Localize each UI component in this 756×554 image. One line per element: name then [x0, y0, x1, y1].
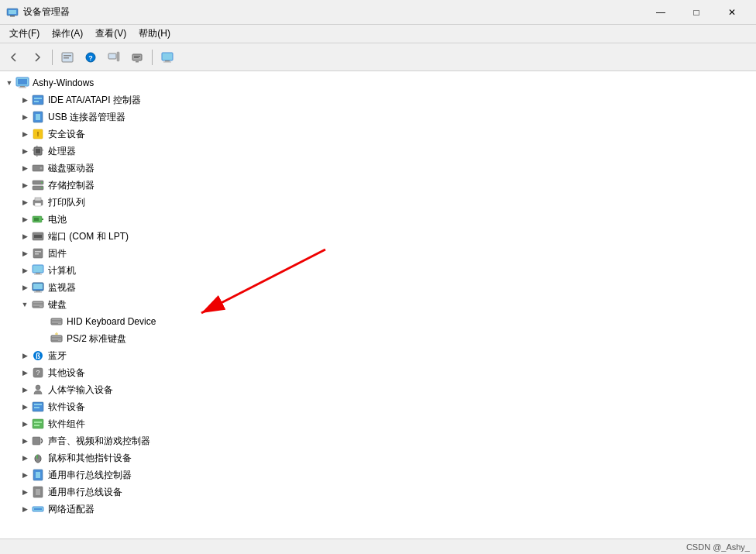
svg-rect-55 [33, 284, 43, 289]
app-icon [6, 6, 19, 19]
menu-file[interactable]: 文件(F) [3, 26, 46, 42]
svg-rect-42 [35, 203, 41, 206]
help-button[interactable]: ? [80, 46, 101, 68]
tree-item-mouse[interactable]: ▶ 鼠标和其他指针设备 [0, 449, 756, 466]
tree-item-ide[interactable]: ▶ IDE ATA/ATAPI 控制器 [0, 91, 756, 108]
tree-item-usb[interactable]: ▶ USB 连接器管理器 [0, 108, 756, 126]
tree-item-cpu[interactable]: ▶ 处理器 [0, 143, 756, 160]
menu-help[interactable]: 帮助(H) [132, 26, 177, 42]
tree-item-storage[interactable]: ▶ 存储控制器 [0, 177, 756, 194]
usb2-expand[interactable]: ▶ [19, 469, 31, 481]
usb3-expand[interactable]: ▶ [19, 486, 31, 498]
forward-button[interactable] [26, 46, 48, 68]
svg-rect-79 [34, 404, 42, 405]
maximize-button[interactable]: □ [679, 0, 714, 25]
tree-item-usb2[interactable]: ▶ 通用串行总线控制器 [0, 466, 756, 483]
tree-item-network[interactable]: ▶ 网络适配器 [0, 501, 756, 518]
tree-item-other[interactable]: ▶ ? 其他设备 [0, 364, 756, 381]
hid-expand2[interactable]: ▶ [19, 384, 31, 396]
tree-item-softcomp[interactable]: ▶ 软件组件 [0, 415, 756, 432]
monitor-button[interactable] [156, 46, 178, 68]
tree-item-computer[interactable]: ▶ 计算机 [0, 262, 756, 279]
cpu-label: 处理器 [48, 145, 76, 158]
svg-rect-14 [162, 53, 173, 60]
softcomp-expand[interactable]: ▶ [19, 418, 31, 430]
tree-root[interactable]: ▼ Ashy-Windows [0, 74, 756, 91]
firmware-expand[interactable]: ▶ [19, 247, 31, 260]
mouse-icon [31, 451, 45, 465]
network-icon [31, 502, 45, 516]
bluetooth-expand[interactable]: ▶ [19, 349, 31, 362]
keyboard-expand[interactable]: ▼ [19, 298, 31, 311]
network-expand[interactable]: ▶ [19, 503, 31, 515]
cpu-expand[interactable]: ▶ [19, 145, 31, 157]
close-button[interactable]: ✕ [714, 0, 750, 25]
battery-expand[interactable]: ▶ [19, 213, 31, 225]
security-label: 安全设备 [48, 128, 85, 141]
audio-expand[interactable]: ▶ [19, 435, 31, 447]
tree-item-print[interactable]: ▶ 打印队列 [0, 194, 756, 211]
tree-item-hid[interactable]: ▶ 人体学输入设备 [0, 381, 756, 398]
refresh-button[interactable] [103, 46, 125, 68]
menu-action[interactable]: 操作(A) [46, 26, 89, 42]
tree-item-bluetooth[interactable]: ▶ ß 蓝牙 [0, 347, 756, 364]
svg-rect-13 [136, 61, 139, 63]
tree-item-usb3[interactable]: ▶ 通用串行总线设备 [0, 483, 756, 501]
ide-expand[interactable]: ▶ [19, 94, 31, 106]
softcomp-icon [31, 417, 45, 431]
tree-item-port[interactable]: ▶ 端口 (COM 和 LPT) [0, 228, 756, 245]
firmware-icon [31, 246, 45, 260]
computer-icon [15, 76, 29, 90]
scan-button[interactable] [126, 46, 148, 68]
back-button[interactable] [3, 46, 25, 68]
svg-point-35 [40, 167, 43, 170]
svg-rect-67 [52, 337, 61, 338]
print-expand[interactable]: ▶ [19, 196, 31, 208]
mouse-expand[interactable]: ▶ [19, 452, 31, 464]
svg-text:?: ? [88, 54, 93, 62]
ps2-keyboard-label: PS/2 标准键盘 [67, 332, 126, 346]
svg-rect-23 [34, 101, 39, 102]
svg-rect-82 [34, 422, 42, 423]
svg-rect-47 [34, 235, 42, 238]
tree-item-ps2-keyboard[interactable]: ▶ ! PS/2 标准键盘 [0, 330, 756, 347]
hid-label: 人体学输入设备 [48, 384, 113, 397]
svg-rect-41 [35, 198, 41, 201]
computer-expand[interactable]: ▶ [19, 264, 31, 277]
svg-rect-22 [34, 98, 42, 99]
storage-expand[interactable]: ▶ [19, 179, 31, 191]
tree-item-firmware[interactable]: ▶ 固件 [0, 245, 756, 262]
menu-view[interactable]: 查看(V) [89, 26, 132, 42]
tree-item-security[interactable]: ▶ ! 安全设备 [0, 126, 756, 143]
minimize-button[interactable]: — [643, 0, 679, 25]
security-expand[interactable]: ▶ [19, 128, 31, 140]
computer-item-icon [31, 263, 45, 277]
svg-rect-11 [134, 56, 140, 57]
root-expand[interactable]: ▼ [3, 77, 15, 89]
svg-rect-81 [33, 419, 43, 428]
tree-item-disk[interactable]: ▶ 磁盘驱动器 [0, 160, 756, 177]
bluetooth-label: 蓝牙 [48, 349, 67, 363]
monitor-icon [31, 280, 45, 294]
monitor-expand[interactable]: ▶ [19, 281, 31, 294]
keyboard-label: 键盘 [48, 298, 67, 311]
tree-item-battery[interactable]: ▶ 电池 [0, 211, 756, 228]
disk-expand[interactable]: ▶ [19, 162, 31, 174]
usb-expand[interactable]: ▶ [19, 111, 31, 123]
svg-rect-50 [35, 253, 39, 255]
hid-icon [31, 383, 45, 397]
svg-point-38 [41, 182, 43, 184]
port-expand[interactable]: ▶ [19, 230, 31, 243]
software-expand[interactable]: ▶ [19, 401, 31, 413]
other-expand[interactable]: ▶ [19, 366, 31, 379]
tree-item-hid-keyboard[interactable]: ▶ HID Keyboard Device [0, 313, 756, 330]
tree-item-audio[interactable]: ▶ 声音、视频和游戏控制器 [0, 432, 756, 449]
svg-rect-30 [33, 150, 34, 151]
tree-item-keyboard[interactable]: ▼ 键盘 [0, 296, 756, 313]
properties-button[interactable] [57, 46, 78, 68]
svg-point-77 [36, 385, 40, 390]
tree-item-monitor[interactable]: ▶ 监视器 [0, 279, 756, 296]
device-tree[interactable]: ▼ Ashy-Windows ▶ IDE ATA/ [0, 71, 756, 539]
tree-item-software[interactable]: ▶ 软件设备 [0, 398, 756, 415]
svg-rect-51 [33, 265, 43, 273]
